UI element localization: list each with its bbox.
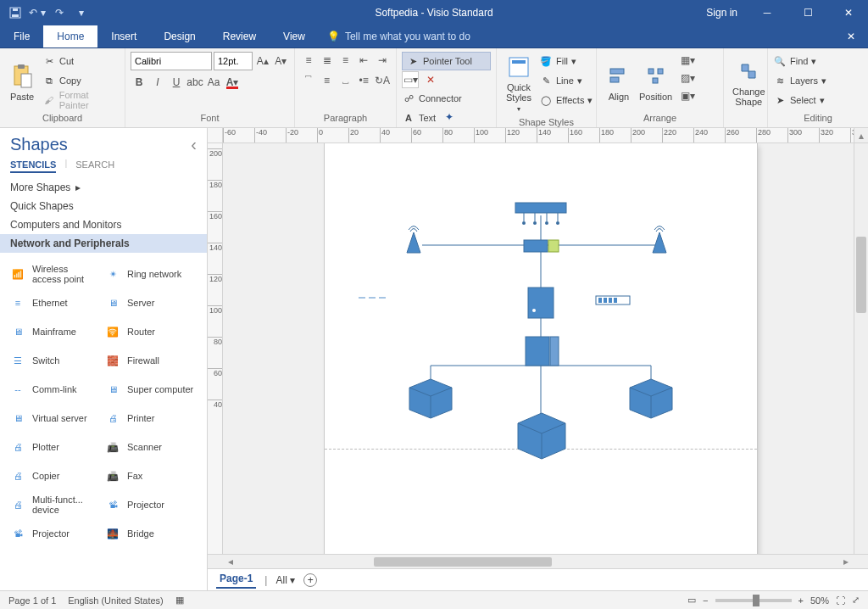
- tab-review[interactable]: Review: [209, 25, 270, 47]
- paste-button[interactable]: Paste: [5, 52, 39, 112]
- tab-view[interactable]: View: [270, 25, 319, 47]
- zoom-slider[interactable]: [715, 599, 792, 602]
- macro-icon[interactable]: ▦: [175, 595, 184, 606]
- svg-rect-1: [12, 14, 19, 17]
- cat-network[interactable]: Network and Peripherals: [0, 234, 207, 253]
- stencil-row[interactable]: ☰Switch🧱Firewall: [7, 346, 200, 375]
- horizontal-scrollbar[interactable]: ◂ ▸: [208, 554, 868, 568]
- change-shape-button[interactable]: Change Shape: [729, 52, 769, 112]
- align-top-button[interactable]: ⎴: [300, 72, 317, 89]
- font-color-button[interactable]: A▾: [224, 74, 241, 91]
- stencil-row[interactable]: 🖨Plotter📠Scanner: [7, 433, 200, 461]
- tab-insert[interactable]: Insert: [97, 25, 150, 47]
- tab-file[interactable]: File: [0, 25, 43, 47]
- send-backward-button[interactable]: ▨▾: [679, 70, 696, 87]
- zoom-out-button[interactable]: −: [703, 595, 708, 606]
- stencil-label: Multi-funct... device: [32, 494, 98, 515]
- align-button[interactable]: Align: [602, 52, 636, 112]
- align-center-button[interactable]: ≣: [319, 52, 336, 69]
- bring-forward-button[interactable]: ▦▾: [679, 52, 696, 69]
- format-painter-button[interactable]: 🖌Format Painter: [42, 91, 120, 109]
- font-size-combo[interactable]: [214, 52, 253, 70]
- signin-link[interactable]: Sign in: [698, 7, 746, 19]
- stencil-row[interactable]: 🖥Virtual server🖨Printer: [7, 404, 200, 433]
- page-tab-1[interactable]: Page-1: [216, 571, 256, 589]
- select-button[interactable]: ➤Select ▾: [773, 91, 863, 109]
- pointer-tool-button[interactable]: ➤Pointer Tool: [402, 52, 491, 70]
- scroll-up-icon[interactable]: ▴: [854, 128, 868, 143]
- align-left-button[interactable]: ≡: [300, 52, 317, 69]
- shrink-font-button[interactable]: A▾: [273, 53, 290, 70]
- position-button[interactable]: Position: [636, 52, 676, 112]
- svg-marker-31: [407, 232, 420, 253]
- presentation-mode-icon[interactable]: ▭: [687, 595, 696, 606]
- zoom-level[interactable]: 50%: [810, 595, 829, 606]
- strike-button[interactable]: abc: [186, 74, 203, 91]
- close-icon[interactable]: ✕: [829, 0, 868, 25]
- bullets-button[interactable]: •≡: [355, 72, 372, 89]
- font-family-combo[interactable]: [131, 52, 212, 70]
- indent-dec-button[interactable]: ⇤: [355, 52, 372, 69]
- delete-tool-button[interactable]: ✕: [422, 71, 439, 88]
- cat-computers[interactable]: Computers and Monitors: [0, 215, 207, 234]
- align-middle-button[interactable]: ≡: [319, 72, 336, 89]
- tab-home[interactable]: Home: [43, 25, 97, 47]
- group-button[interactable]: ▣▾: [679, 87, 696, 104]
- minimize-icon[interactable]: ─: [748, 0, 787, 25]
- bold-button[interactable]: B: [131, 74, 147, 91]
- stencil-row[interactable]: 🖥Mainframe🛜Router: [7, 317, 200, 346]
- pages-all[interactable]: All ▾: [275, 574, 295, 586]
- quick-styles-icon: [505, 53, 532, 81]
- stencil-row[interactable]: 📽Projector🌉Bridge: [7, 519, 200, 548]
- vertical-scrollbar[interactable]: [854, 143, 868, 554]
- rect-tool-button[interactable]: ▭▾: [402, 71, 419, 88]
- stencil-label: Switch: [32, 355, 98, 366]
- undo-icon[interactable]: ↶ ▾: [27, 3, 47, 23]
- status-lang[interactable]: English (United States): [68, 595, 164, 606]
- indent-inc-button[interactable]: ⇥: [374, 52, 391, 69]
- add-page-button[interactable]: +: [303, 573, 317, 587]
- change-shape-icon: [735, 58, 762, 85]
- rotate-text-button[interactable]: ↻A: [374, 72, 391, 89]
- zoom-in-button[interactable]: +: [798, 595, 804, 606]
- stencil-row[interactable]: ≡Ethernet🖥Server: [7, 288, 200, 317]
- grow-font-button[interactable]: A▴: [254, 53, 271, 70]
- line-button[interactable]: ✎Line ▾: [539, 71, 593, 90]
- cut-button[interactable]: ✂Cut: [42, 52, 120, 70]
- drawing-canvas[interactable]: [223, 143, 854, 554]
- group-arrange: Align Position ▦▾ ▨▾ ▣▾ Arrange: [597, 48, 724, 127]
- stencils-tab[interactable]: STENCILS: [10, 158, 56, 173]
- connector-tool-button[interactable]: ☍Connector: [402, 89, 491, 108]
- close-ribbon-icon[interactable]: ✕: [834, 25, 868, 47]
- redo-icon[interactable]: ↷: [49, 3, 70, 23]
- qat-more-icon[interactable]: ▾: [71, 3, 92, 23]
- text-tool-button[interactable]: AText: [402, 109, 436, 127]
- stencil-row[interactable]: --Comm-link🖥Super computer: [7, 375, 200, 404]
- stencil-row[interactable]: 🖨Multi-funct... device📽Projector: [7, 490, 200, 519]
- more-shapes[interactable]: More Shapes▸: [0, 178, 207, 197]
- search-tab[interactable]: SEARCH: [75, 158, 114, 173]
- tell-me[interactable]: 💡Tell me what you want to do: [319, 25, 479, 47]
- quick-styles-button[interactable]: Quick Styles▾: [502, 52, 536, 116]
- fit-page-icon[interactable]: ⛶: [836, 595, 845, 606]
- align-bottom-button[interactable]: ⎵: [337, 72, 354, 89]
- find-button[interactable]: 🔍Find ▾: [773, 52, 863, 70]
- fullscreen-icon[interactable]: ⤢: [852, 595, 860, 606]
- fill-button[interactable]: 🪣Fill ▾: [539, 52, 593, 70]
- copy-button[interactable]: ⧉Copy: [42, 71, 120, 90]
- tab-design[interactable]: Design: [150, 25, 209, 47]
- brush-icon: 🖌: [42, 93, 56, 107]
- cat-quick-shapes[interactable]: Quick Shapes: [0, 197, 207, 215]
- connection-point-button[interactable]: ✦: [441, 109, 458, 126]
- maximize-icon[interactable]: ☐: [788, 0, 827, 25]
- save-icon[interactable]: [5, 3, 25, 23]
- stencil-row[interactable]: 📶Wireless access point✴Ring network: [7, 260, 200, 288]
- italic-button[interactable]: I: [149, 74, 166, 91]
- align-right-button[interactable]: ≡: [337, 52, 354, 69]
- case-button[interactable]: Aa: [205, 74, 222, 91]
- stencil-row[interactable]: 🖨Copier📠Fax: [7, 461, 200, 490]
- underline-button[interactable]: U: [168, 74, 185, 91]
- collapse-shapes-icon[interactable]: ‹: [191, 135, 197, 154]
- effects-button[interactable]: ◯Effects ▾: [539, 91, 593, 109]
- layers-button[interactable]: ≋Layers ▾: [773, 71, 863, 90]
